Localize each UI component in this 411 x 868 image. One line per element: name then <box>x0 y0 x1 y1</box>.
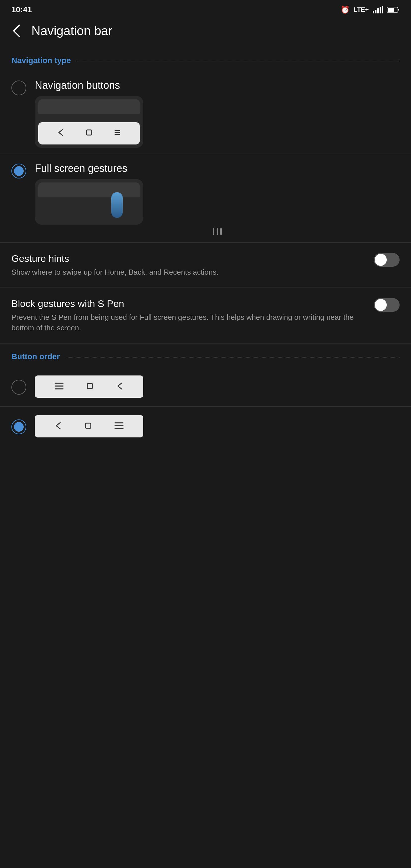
button-order-1-row[interactable] <box>0 367 411 406</box>
status-time: 10:41 <box>11 5 32 14</box>
svg-rect-6 <box>388 8 394 12</box>
svg-rect-4 <box>382 6 383 13</box>
home-icon-1 <box>86 382 94 392</box>
gesture-hints-desc: Show where to swipe up for Home, Back, a… <box>11 267 365 277</box>
full-screen-gestures-content: Full screen gestures <box>35 162 400 237</box>
svg-rect-1 <box>375 10 376 13</box>
nav-buttons-preview-bar <box>38 122 140 145</box>
toggle-knob-2 <box>375 299 387 311</box>
gesture-handle <box>111 192 123 218</box>
back-btn-icon <box>57 127 65 140</box>
back-button[interactable] <box>8 23 25 39</box>
home-icon-2 <box>84 422 92 431</box>
block-spen-text: Block gestures with S Pen Prevent the S … <box>11 298 374 333</box>
status-icons: ⏰ LTE+ <box>341 5 400 14</box>
full-screen-gestures-title: Full screen gestures <box>35 162 400 175</box>
signal-icon <box>373 6 383 13</box>
svg-rect-7 <box>398 9 399 10</box>
svg-rect-15 <box>87 383 92 389</box>
svg-rect-16 <box>86 423 91 428</box>
toggle-knob <box>375 254 387 266</box>
svg-rect-0 <box>373 11 374 13</box>
status-bar: 10:41 ⏰ LTE+ <box>0 0 411 17</box>
button-order-1-preview <box>35 375 143 398</box>
navigation-type-label: Navigation type <box>11 56 71 65</box>
dotted-divider-2 <box>66 357 400 358</box>
nav-buttons-option[interactable]: Navigation buttons <box>0 71 411 154</box>
back-icon-1 <box>116 382 124 392</box>
dotted-divider <box>76 61 400 61</box>
full-screen-gestures-radio[interactable] <box>11 164 26 179</box>
gesture-hints-row: Gesture hints Show where to swipe up for… <box>0 243 411 287</box>
svg-rect-2 <box>377 8 379 13</box>
nav-buttons-preview <box>35 96 143 148</box>
alarm-icon: ⏰ <box>341 5 350 14</box>
radio-inner <box>14 166 24 176</box>
block-spen-toggle[interactable] <box>374 298 400 312</box>
radio-inner-2 <box>14 422 24 432</box>
back-icon-2 <box>54 422 63 431</box>
svg-rect-3 <box>380 7 381 13</box>
gesture-preview <box>35 179 143 225</box>
nav-buttons-content: Navigation buttons <box>35 80 400 148</box>
page-header: Navigation bar <box>0 17 411 48</box>
recents-icon-1 <box>54 382 64 392</box>
page-title: Navigation bar <box>31 24 113 38</box>
recents-icon-2 <box>114 422 124 431</box>
gesture-hint-bars <box>35 225 400 237</box>
full-screen-gestures-option[interactable]: Full screen gestures <box>0 154 411 242</box>
gesture-hints-text: Gesture hints Show where to swipe up for… <box>11 253 374 277</box>
gesture-hints-title: Gesture hints <box>11 253 365 264</box>
svg-rect-8 <box>87 130 92 135</box>
block-spen-gestures-row: Block gestures with S Pen Prevent the S … <box>0 288 411 343</box>
nav-buttons-title: Navigation buttons <box>35 80 400 91</box>
block-spen-title: Block gestures with S Pen <box>11 298 365 309</box>
button-order-section-header: Button order <box>0 343 411 367</box>
button-order-2-preview <box>35 415 143 437</box>
battery-icon <box>387 6 400 13</box>
block-spen-desc: Prevent the S Pen from being used for Fu… <box>11 312 365 333</box>
button-order-2-row[interactable] <box>0 407 411 446</box>
lte-icon: LTE+ <box>354 6 369 13</box>
nav-buttons-radio[interactable] <box>11 81 26 95</box>
home-btn-icon <box>85 127 93 140</box>
navigation-type-section-header: Navigation type <box>0 48 411 71</box>
button-order-2-radio[interactable] <box>11 420 26 434</box>
button-order-1-radio[interactable] <box>11 380 26 395</box>
gesture-hints-toggle[interactable] <box>374 253 400 267</box>
recents-btn-icon <box>113 127 122 140</box>
button-order-label: Button order <box>11 352 60 361</box>
